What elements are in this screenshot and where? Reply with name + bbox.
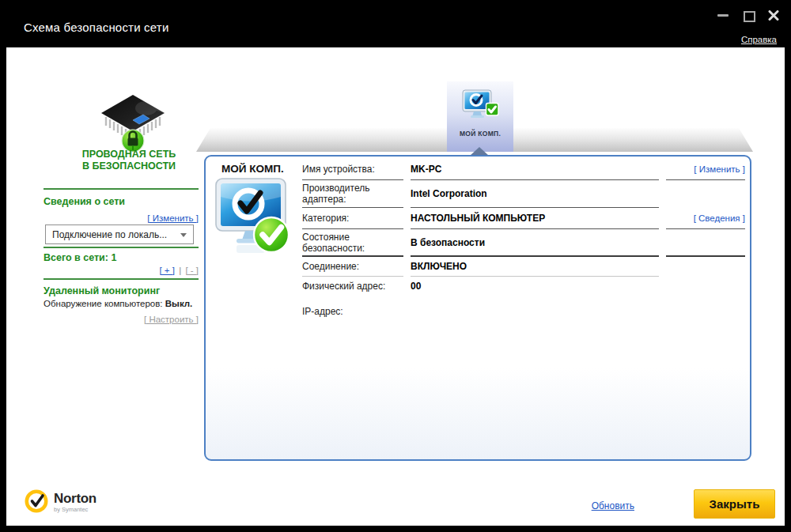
zoom-links-separator: | bbox=[179, 266, 181, 275]
row-action bbox=[666, 229, 745, 257]
row-label: Соединение: bbox=[302, 257, 403, 277]
discovery-status: Обнаружение компьютеров: Выкл. bbox=[44, 299, 192, 308]
network-edit-link[interactable]: [ Изменить ] bbox=[147, 213, 199, 223]
chevron-down-icon bbox=[180, 233, 187, 237]
computer-check-icon bbox=[461, 89, 499, 126]
window-controls bbox=[717, 9, 780, 21]
sidebar-divider bbox=[44, 188, 199, 190]
norton-logo: Norton by Symantec bbox=[24, 489, 97, 517]
configure-link[interactable]: [ Настроить ] bbox=[144, 315, 199, 324]
norton-wordmark: Norton by Symantec bbox=[54, 492, 97, 513]
map-zoom-controls: [ + ] | [ - ] bbox=[44, 266, 199, 275]
close-button[interactable]: Закрыть bbox=[694, 489, 775, 519]
row-value: Intel Corporation bbox=[411, 180, 659, 208]
row-value: В безопасности bbox=[411, 229, 659, 257]
refresh-link[interactable]: Обновить bbox=[592, 500, 634, 511]
panel-device-title: МОЙ КОМП. bbox=[221, 163, 284, 175]
app-window: Схема безопасности сети Справка bbox=[0, 0, 791, 532]
row-label: Физический адрес: bbox=[302, 277, 403, 295]
table-row: Физический адрес: 00 bbox=[302, 277, 745, 295]
row-value: НАСТОЛЬНЫЙ КОМПЬЮТЕР bbox=[411, 208, 659, 229]
sidebar-divider bbox=[44, 278, 199, 280]
row-value: ВКЛЮЧЕНО bbox=[411, 257, 659, 277]
zoom-out-link[interactable]: [ - ] bbox=[185, 266, 199, 275]
table-row: IP-адрес: bbox=[302, 302, 745, 321]
row-value: MK-PC bbox=[411, 159, 659, 180]
help-link[interactable]: Справка bbox=[741, 35, 777, 44]
row-action bbox=[666, 257, 745, 277]
table-row: Состояние безопасности: В безопасности bbox=[302, 229, 745, 257]
network-status-label: ПРОВОДНАЯ СЕТЬ В БЕЗОПАСНОСТИ bbox=[30, 149, 228, 172]
minimize-icon[interactable] bbox=[717, 9, 729, 21]
row-label: Категория: bbox=[302, 208, 403, 229]
table-row: Имя устройства: MK-PC [ Изменить ] bbox=[302, 159, 745, 180]
row-label: Состояние безопасности: bbox=[302, 229, 403, 257]
total-devices-label: Всего в сети: 1 bbox=[44, 252, 116, 263]
device-details-table: Имя устройства: MK-PC [ Изменить ] Произ… bbox=[302, 159, 745, 321]
row-action bbox=[666, 180, 745, 208]
row-action bbox=[666, 277, 745, 295]
row-label: IP-адрес: bbox=[302, 302, 403, 321]
discovery-label: Обнаружение компьютеров: bbox=[44, 299, 163, 308]
network-status-line2: В БЕЗОПАСНОСТИ bbox=[30, 160, 228, 172]
table-row: Категория: НАСТОЛЬНЫЙ КОМПЬЮТЕР [ Сведен… bbox=[302, 208, 745, 229]
configure-row: [ Настроить ] bbox=[44, 311, 199, 326]
sidebar-divider bbox=[44, 247, 199, 248]
network-adapter-select[interactable]: Подключение по локаль... bbox=[45, 224, 194, 244]
network-details-heading: Сведения о сети bbox=[44, 196, 125, 207]
remote-monitoring-heading: Удаленный мониторинг bbox=[44, 285, 160, 296]
close-icon[interactable] bbox=[767, 9, 780, 21]
discovery-value: Выкл. bbox=[165, 299, 193, 308]
row-value: 00 bbox=[411, 277, 659, 295]
device-tab-label: МОЙ КОМП. bbox=[460, 130, 501, 138]
table-row: Производитель адаптера: Intel Corporatio… bbox=[302, 180, 745, 208]
table-row: Соединение: ВКЛЮЧЕНО bbox=[302, 257, 745, 277]
row-action bbox=[666, 302, 745, 321]
rename-device-link[interactable]: [ Изменить ] bbox=[666, 159, 745, 180]
row-label: Производитель адаптера: bbox=[302, 180, 403, 208]
brand-name: Norton bbox=[54, 492, 97, 505]
network-edit-row: [ Изменить ] bbox=[44, 210, 199, 224]
row-value bbox=[411, 302, 659, 321]
computer-secure-icon bbox=[212, 177, 297, 262]
norton-check-icon bbox=[24, 489, 49, 517]
brand-tagline: by Symantec bbox=[54, 506, 97, 513]
network-adapter-value: Подключение по локаль... bbox=[52, 229, 167, 240]
device-details-panel: МОЙ КОМП. bbox=[204, 155, 751, 461]
row-label: Имя устройства: bbox=[302, 159, 403, 180]
zoom-in-link[interactable]: [ + ] bbox=[159, 266, 175, 275]
maximize-icon[interactable] bbox=[742, 9, 755, 21]
window-title: Схема безопасности сети bbox=[24, 21, 169, 34]
content-area: ПРОВОДНАЯ СЕТЬ В БЕЗОПАСНОСТИ Сведения о… bbox=[6, 47, 785, 526]
device-tab-my-computer[interactable]: МОЙ КОМП. bbox=[447, 81, 513, 152]
category-details-link[interactable]: [ Сведения ] bbox=[666, 208, 745, 229]
